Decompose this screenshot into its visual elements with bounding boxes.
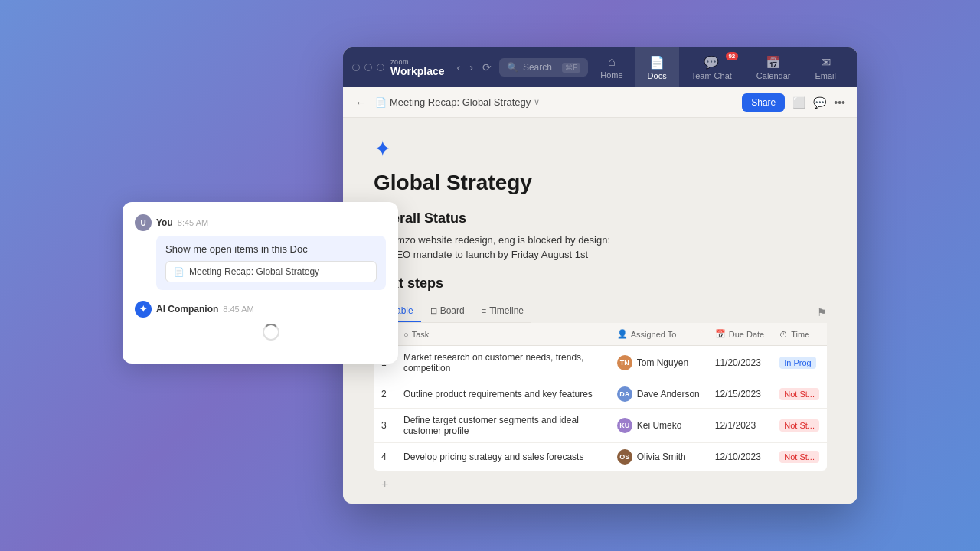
th-due-date: 📅 Due Date [707, 323, 772, 346]
doc-toolbar: ← 📄 Meeting Recap: Global Strategy ∨ Sha… [343, 87, 858, 118]
back-button[interactable]: ← [355, 96, 366, 109]
user-msg-author: You [156, 217, 173, 228]
th-time: ⏱ Time [772, 323, 827, 346]
nav-bar: zoom Workplace ‹ › ⟳ 🔍 Search ⌘F ⌂ Home … [343, 47, 858, 87]
tab-home[interactable]: ⌂ Home [588, 47, 635, 87]
duedate-col-icon: 📅 [715, 329, 726, 339]
status-3: Not St... [772, 409, 827, 443]
ai-message: ✦ AI Companion 8:45 AM [135, 301, 386, 341]
team-chat-badge: 92 [726, 52, 738, 60]
assignee-name-3: Kei Umeko [637, 420, 682, 431]
doc-breadcrumb-icon: 📄 [375, 97, 387, 108]
overall-status-heading: Overall Status [374, 210, 827, 227]
tab-docs-label: Docs [648, 71, 667, 80]
tab-team-chat-label: Team Chat [691, 71, 732, 80]
ai-msg-author: AI Companion [156, 304, 218, 315]
bullet-item-2: CEO mandate to launch by Friday August 1… [389, 249, 827, 260]
th-task: ○ Task [396, 323, 609, 346]
user-avatar: U [135, 214, 152, 231]
table-row: 3 Define target customer segments and id… [374, 409, 827, 443]
nav-search[interactable]: 🔍 Search ⌘F [499, 58, 588, 77]
tab-timeline[interactable]: ≡ Timeline [474, 301, 531, 322]
user-msg-header: U You 8:45 AM [135, 214, 386, 231]
tab-email-label: Email [815, 71, 836, 80]
user-msg-time: 8:45 AM [178, 218, 208, 227]
overall-status-list: Omzo website redesign, eng is blocked by… [374, 234, 827, 260]
board-icon: ⊟ [430, 306, 437, 316]
forward-arrow-icon[interactable]: › [466, 60, 476, 75]
tab-calendar-label: Calendar [756, 71, 791, 80]
tab-team-chat[interactable]: 💬 Team Chat 92 [679, 47, 744, 87]
tab-calendar[interactable]: 📅 Calendar [744, 47, 803, 87]
avatar-dave: DA [617, 386, 632, 402]
table-row: 1 Market research on customer needs, tre… [374, 346, 827, 380]
user-chat-bubble: Show me open items in this Doc 📄 Meeting… [156, 236, 386, 290]
assignee-cell-2: DA Dave Anderson [609, 380, 707, 409]
team-chat-icon: 💬 [704, 55, 719, 70]
nav-dot-3 [377, 64, 384, 71]
table-row: 2 Outline product requirements and key f… [374, 380, 827, 409]
assignee-cell-1: TN Tom Nguyen [609, 346, 707, 380]
status-badge-3: Not St... [779, 419, 819, 432]
breadcrumb-chevron: ∨ [534, 97, 540, 107]
nav-dot-1 [352, 64, 360, 71]
timeline-icon: ≡ [482, 306, 486, 315]
nav-brand-name: Workplace [390, 66, 445, 77]
avatar-tom: TN [617, 355, 632, 370]
avatar-kei: KU [617, 418, 632, 433]
tasks-table: ⊕ ○ Task 👤 Assigned To [374, 323, 827, 471]
share-button[interactable]: Share [742, 93, 785, 112]
next-steps-heading: Next steps [374, 276, 827, 292]
tab-docs[interactable]: 📄 Docs [635, 47, 679, 87]
search-shortcut: ⌘F [562, 63, 580, 73]
task-cell-2: Outline product requirements and key fea… [396, 380, 609, 409]
status-2: Not St... [772, 380, 827, 409]
comment-icon[interactable]: 💬 [813, 96, 826, 109]
doc-title: Global Strategy [374, 171, 827, 195]
back-arrow-icon[interactable]: ‹ [454, 60, 464, 75]
ai-avatar: ✦ [135, 301, 152, 318]
app-window: zoom Workplace ‹ › ⟳ 🔍 Search ⌘F ⌂ Home … [343, 47, 858, 504]
doc-toolbar-actions: Share ⬜ 💬 ••• [742, 93, 845, 112]
task-cell-4: Develop pricing strategy and sales forec… [396, 443, 609, 471]
nav-tabs: ⌂ Home 📄 Docs 💬 Team Chat 92 📅 Calendar … [588, 47, 848, 87]
present-icon[interactable]: ⬜ [792, 96, 805, 109]
tab-timeline-label: Timeline [489, 305, 524, 316]
loading-spinner [263, 324, 279, 341]
due-date-3: 12/1/2023 [707, 409, 772, 443]
ai-loading [156, 324, 386, 341]
user-message: U You 8:45 AM Show me open items in this… [135, 214, 386, 290]
user-chat-text: Show me open items in this Doc [165, 243, 308, 255]
assignee-name-2: Dave Anderson [637, 389, 700, 399]
task-cell-1: Market research on customer needs, trend… [396, 346, 609, 380]
row-num-4: 4 [374, 443, 396, 471]
assignee-cell-3: KU Kei Umeko [609, 409, 707, 443]
breadcrumb-text: Meeting Recap: Global Strategy [390, 96, 531, 108]
due-date-4: 12/10/2023 [707, 443, 772, 471]
row-num-3: 3 [374, 409, 396, 443]
table-header-row: ⊕ ○ Task 👤 Assigned To [374, 323, 827, 346]
doc-ref-text: Meeting Recap: Global Strategy [189, 266, 319, 277]
status-1: In Prog [772, 346, 827, 380]
nav-dot-2 [364, 64, 372, 71]
tab-board[interactable]: ⊟ Board [423, 301, 472, 322]
more-options-icon[interactable]: ••• [834, 96, 845, 109]
sparkle-icon: ✦ [374, 136, 827, 161]
search-icon: 🔍 [507, 62, 518, 73]
doc-ref-icon: 📄 [174, 267, 185, 277]
duedate-col-label: Due Date [729, 330, 764, 339]
ai-msg-time: 8:45 AM [223, 305, 253, 314]
status-4: Not St... [772, 443, 827, 471]
tasks-table-body: 1 Market research on customer needs, tre… [374, 346, 827, 471]
history-icon[interactable]: ⟳ [482, 61, 492, 73]
assigned-col-icon: 👤 [617, 329, 628, 339]
add-row-button[interactable]: + [374, 471, 827, 497]
status-badge-4: Not St... [779, 451, 819, 463]
nav-controls [352, 64, 384, 71]
doc-reference: 📄 Meeting Recap: Global Strategy [165, 261, 377, 282]
tab-email[interactable]: ✉ Email [802, 47, 848, 87]
task-cell-3: Define target customer segments and idea… [396, 409, 609, 443]
due-date-1: 11/20/2023 [707, 346, 772, 380]
nav-arrows: ‹ › [454, 60, 476, 75]
filter-icon[interactable]: ⚑ [817, 306, 827, 318]
